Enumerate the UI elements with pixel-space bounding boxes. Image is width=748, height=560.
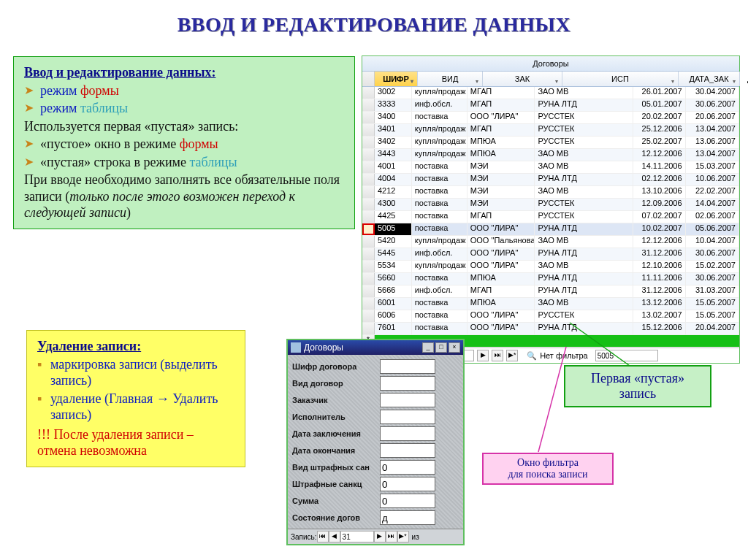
form-input[interactable] (380, 359, 435, 374)
form-row: Шифр договора (292, 359, 459, 374)
table-row[interactable]: 3400поставкаООО "ЛИРА"РУССТЕК20.02.20072… (362, 112, 739, 124)
bullet-empty-table: «пустая» строка в режиме таблицы (24, 154, 344, 171)
form-input[interactable] (380, 494, 435, 508)
callout-filter: Окно фильтра для поиска записи (482, 453, 614, 485)
table-row[interactable]: 5534купля/продажООО "ЛИРА"ЗАО МВ12.10.20… (362, 261, 739, 273)
table-row[interactable]: 5005поставкаООО "ЛИРА"РУНА ЛТД10.02.2007… (362, 223, 739, 236)
edit-box: Ввод и редактирование данных: режим форм… (13, 56, 355, 229)
form-label: Шифр договора (292, 362, 380, 371)
form-title: Договоры (304, 342, 421, 353)
bullet-empty-form: «пустое» окно в режиме формы (24, 136, 344, 153)
table-row[interactable]: 3443купля/продажМПЮАЗАО МВ12.12.200613.0… (362, 149, 739, 161)
form-label: Штрафные санкц (292, 480, 380, 488)
form-window: Договоры _ □ × Шифр договораВид договорЗ… (286, 339, 465, 545)
chevron-down-icon[interactable]: ▾ (669, 74, 676, 82)
delete-box: Удаление записи: маркировка записи (выде… (26, 330, 245, 467)
form-nav: Запись: ⏮ ◀ ▶ ⏭ ▶* из (288, 529, 463, 544)
form-nav-last-icon[interactable]: ⏭ (386, 531, 397, 542)
nav-last-icon[interactable]: ⏭ (492, 350, 503, 361)
minimize-icon[interactable]: _ (422, 342, 434, 353)
maximize-icon[interactable]: □ (435, 342, 447, 353)
edit-head: Ввод и редактирование данных: (24, 64, 344, 81)
nav-next-icon[interactable]: ▶ (477, 350, 489, 361)
form-row: Заказчик (292, 393, 459, 407)
table-row[interactable]: 4212поставкаМЭИЗАО МВ13.10.200622.02.200… (362, 186, 739, 199)
col-header[interactable]: ШИФР▾ (375, 72, 418, 86)
bullet-table: режим таблицы (24, 100, 344, 117)
table-row[interactable]: 3402купля/продажМПЮАРУССТЕК25.02.200713.… (362, 137, 739, 149)
del-warn: !!! После удаления записи – отмена невоз… (37, 426, 234, 459)
table-row[interactable]: 3401купля/продажМГАПРУССТЕК25.12.200613.… (362, 124, 739, 137)
table-row[interactable]: 6006поставкаООО "ЛИРА"РУССТЕК13.02.20071… (362, 310, 739, 323)
form-label: Дата окончания (292, 446, 380, 455)
form-nav-new-icon[interactable]: ▶* (397, 531, 409, 542)
filter-search-input[interactable] (595, 350, 658, 361)
form-input[interactable] (380, 460, 435, 475)
table-row[interactable]: 4425поставкаМГАПРУССТЕК07.02.200702.06.2… (362, 211, 739, 223)
form-row: Дата окончания (292, 443, 459, 458)
form-row: Исполнитель (292, 410, 459, 424)
slide-title: ВВОД И РЕДАКТИРОВАНИЕ ДАННЫХ (0, 0, 748, 44)
chevron-down-icon[interactable]: ▾ (473, 74, 481, 82)
form-label: Состояние догов (292, 513, 380, 522)
grid-title: Договоры (362, 56, 739, 72)
del-b2: удаление (Главная → Удалить запись) (37, 391, 234, 423)
table-row[interactable]: 4001поставкаМЭИЗАО МВ14.11.200615.03.200… (362, 161, 739, 174)
nav-new-icon[interactable]: ▶* (506, 350, 518, 361)
table-row[interactable]: 4300поставкаМЭИРУССТЕК12.09.200614.04.20… (362, 199, 739, 211)
form-row: Вид штрафных сан (292, 460, 459, 475)
form-row: Состояние догов (292, 510, 459, 525)
form-label: Заказчик (292, 396, 380, 404)
table-row[interactable]: 7601поставкаООО "ЛИРА"РУНА ЛТД15.12.2006… (362, 323, 739, 335)
grid-body[interactable]: 3002купля/продажМГАПЗАО МВ26.01.200730.0… (362, 87, 739, 348)
form-nav-prev-icon[interactable]: ◀ (329, 531, 340, 542)
table-row[interactable]: 5420купля/продажООО "ПальяноваЗАО МВ12.1… (362, 236, 739, 248)
form-input[interactable] (380, 376, 435, 391)
col-header[interactable]: ИСП▾ (562, 72, 679, 86)
col-header[interactable]: ЗАК▾ (483, 72, 562, 86)
grid-header: ШИФР▾ВИД▾ЗАК▾ИСП▾ДАТА_ЗАК▾ДАТА_ОКОН▾ (362, 72, 739, 87)
form-input[interactable] (380, 393, 435, 407)
form-nav-pos[interactable] (340, 531, 374, 542)
form-input[interactable] (380, 410, 435, 424)
form-nav-first-icon[interactable]: ⏮ (317, 531, 329, 542)
close-icon[interactable]: × (449, 342, 460, 353)
form-nav-next-icon[interactable]: ▶ (374, 531, 386, 542)
table-row[interactable]: 5666инф.обсл.МГАПРУНА ЛТД31.12.200631.03… (362, 285, 739, 298)
form-titlebar[interactable]: Договоры _ □ × (288, 340, 463, 355)
delete-head: Удаление записи: (37, 338, 234, 355)
form-body: Шифр договораВид договорЗаказчикИсполнит… (288, 355, 463, 529)
form-row: Дата заключения (292, 426, 459, 441)
form-label: Вид штрафных сан (292, 463, 380, 472)
bullet-form: режим формы (24, 83, 344, 99)
table-row[interactable]: 3333инф.обсл.МГАПРУНА ЛТД05.01.200730.06… (362, 99, 739, 112)
form-app-icon (291, 342, 301, 353)
row-marker-header (362, 72, 375, 86)
chevron-down-icon[interactable]: ▾ (730, 74, 738, 82)
del-b1: маркировка записи (выделить запись) (37, 356, 234, 389)
filter-label: Нет фильтра (540, 351, 588, 360)
col-header[interactable]: ДАТА_ЗАК▾ (679, 72, 740, 86)
table-row[interactable]: 5660поставкаМПЮАРУНА ЛТД11.11.200630.06.… (362, 273, 739, 285)
table-row[interactable]: 4004поставкаМЭИРУНА ЛТД02.12.200610.06.2… (362, 174, 739, 186)
form-row: Вид договор (292, 376, 459, 391)
form-row: Штрафные санкц (292, 477, 459, 491)
table-row[interactable]: 3002купля/продажМГАПЗАО МВ26.01.200730.0… (362, 87, 739, 99)
callout-first-empty: Первая «пустая» запись (564, 365, 711, 407)
form-input[interactable] (380, 477, 435, 491)
form-label: Вид договор (292, 379, 380, 388)
form-input[interactable] (380, 443, 435, 458)
form-label: Сумма (292, 496, 380, 505)
col-header[interactable]: ВИД▾ (418, 72, 483, 86)
col-header[interactable]: ДАТА_ОКОН▾ (740, 72, 748, 86)
form-row: Сумма (292, 494, 459, 508)
table-row[interactable]: 5445инф.обсл.ООО "ЛИРА"РУНА ЛТД31.12.200… (362, 248, 739, 261)
table-row[interactable]: 6001поставкаМПЮАЗАО МВ13.12.200615.05.20… (362, 298, 739, 310)
chevron-down-icon[interactable]: ▾ (408, 74, 416, 82)
explain-para: При вводе необходимо заполнять все обяза… (24, 172, 344, 221)
uses-first: Используется первая «пустая» запись: (24, 118, 344, 135)
chevron-down-icon[interactable]: ▾ (553, 74, 560, 82)
form-input[interactable] (380, 510, 435, 525)
form-label: Дата заключения (292, 429, 380, 438)
form-input[interactable] (380, 426, 435, 441)
